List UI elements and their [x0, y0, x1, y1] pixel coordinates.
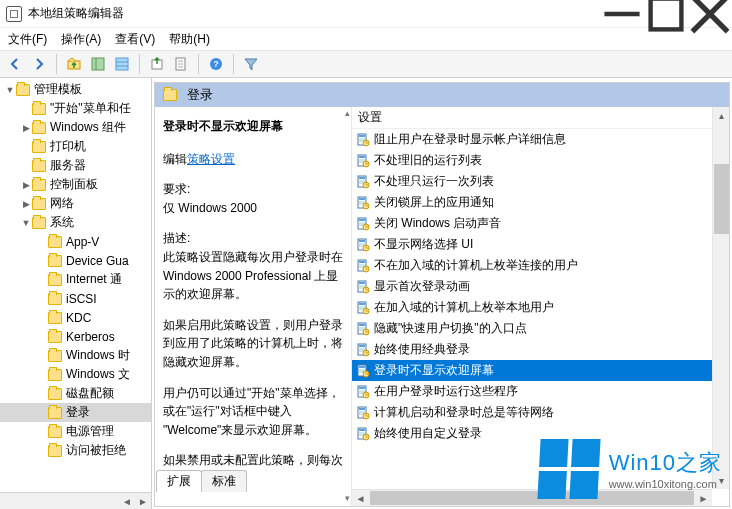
tab-extended[interactable]: 扩展: [156, 470, 202, 492]
minimize-button[interactable]: [600, 0, 644, 28]
setting-item[interactable]: 隐藏"快速用户切换"的入口点: [352, 318, 729, 339]
tree[interactable]: ▼管理模板"开始"菜单和任▶Windows 组件打印机服务器▶控制面板▶网络▼系…: [0, 78, 151, 492]
tree-item[interactable]: 电源管理: [0, 422, 151, 441]
tree-item[interactable]: 打印机: [0, 137, 151, 156]
setting-item[interactable]: 不显示网络选择 UI: [352, 234, 729, 255]
setting-item[interactable]: 始终使用自定义登录: [352, 423, 729, 444]
menu-help[interactable]: 帮助(H): [169, 31, 210, 48]
policy-icon: [356, 343, 370, 357]
policy-icon: [356, 196, 370, 210]
description-scrollbar[interactable]: ▴ ▾: [342, 107, 351, 506]
tree-item[interactable]: 登录: [0, 403, 151, 422]
list-style-button[interactable]: [111, 53, 133, 75]
svg-rect-73: [359, 366, 365, 368]
policy-title: 登录时不显示欢迎屏幕: [163, 117, 343, 136]
svg-rect-5: [92, 58, 104, 70]
svg-rect-53: [359, 282, 365, 284]
setting-item[interactable]: 在加入域的计算机上枚举本地用户: [352, 297, 729, 318]
setting-item[interactable]: 计算机启动和登录时总是等待网络: [352, 402, 729, 423]
tree-item[interactable]: iSCSI: [0, 289, 151, 308]
tree-item[interactable]: 访问被拒绝: [0, 441, 151, 460]
svg-rect-88: [359, 429, 365, 431]
forward-button[interactable]: [28, 53, 50, 75]
svg-rect-33: [359, 198, 365, 200]
svg-rect-63: [359, 324, 365, 326]
back-button[interactable]: [4, 53, 26, 75]
description-p1: 此策略设置隐藏每次用户登录时在 Windows 2000 Professiona…: [163, 250, 343, 301]
settings-list[interactable]: 阻止用户在登录时显示帐户详细信息不处理旧的运行列表不处理只运行一次列表关闭锁屏上…: [352, 129, 729, 506]
svg-text:?: ?: [213, 59, 219, 69]
up-button[interactable]: [63, 53, 85, 75]
filter-button[interactable]: [240, 53, 262, 75]
tree-item[interactable]: Kerberos: [0, 327, 151, 346]
tree-item[interactable]: Device Gua: [0, 251, 151, 270]
description-label: 描述:: [163, 231, 190, 245]
policy-icon: [356, 301, 370, 315]
window-titlebar: 本地组策略编辑器: [0, 0, 732, 28]
svg-rect-83: [359, 408, 365, 410]
svg-rect-58: [359, 303, 365, 305]
policy-icon: [356, 280, 370, 294]
svg-rect-38: [359, 219, 365, 221]
policy-icon: [356, 322, 370, 336]
window-title: 本地组策略编辑器: [28, 5, 124, 22]
description-p2: 如果启用此策略设置，则用户登录到应用了此策略的计算机上时，将隐藏欢迎屏幕。: [163, 316, 343, 372]
settings-vscrollbar[interactable]: ▴ ▾: [712, 107, 729, 489]
close-button[interactable]: [688, 0, 732, 28]
folder-icon: [163, 89, 177, 101]
tree-item[interactable]: App-V: [0, 232, 151, 251]
svg-rect-78: [359, 387, 365, 389]
export-button[interactable]: [146, 53, 168, 75]
properties-button[interactable]: [170, 53, 192, 75]
policy-icon: [356, 364, 370, 378]
setting-item[interactable]: 阻止用户在登录时显示帐户详细信息: [352, 129, 729, 150]
policy-icon: [356, 406, 370, 420]
tree-item[interactable]: 服务器: [0, 156, 151, 175]
tree-hscrollbar[interactable]: ◄►: [0, 492, 151, 509]
setting-item[interactable]: 关闭 Windows 启动声音: [352, 213, 729, 234]
tree-item[interactable]: ▶网络: [0, 194, 151, 213]
show-hide-tree-button[interactable]: [87, 53, 109, 75]
edit-label: 编辑: [163, 152, 187, 166]
setting-item[interactable]: 不处理旧的运行列表: [352, 150, 729, 171]
setting-item[interactable]: 登录时不显示欢迎屏幕: [352, 360, 729, 381]
tree-item[interactable]: Windows 文: [0, 365, 151, 384]
description-p4: 如果禁用或未配置此策略，则每次: [163, 451, 343, 470]
tree-item[interactable]: ▶控制面板: [0, 175, 151, 194]
menu-view[interactable]: 查看(V): [115, 31, 155, 48]
requirements-label: 要求:: [163, 182, 190, 196]
settings-pane: 设置 阻止用户在登录时显示帐户详细信息不处理旧的运行列表不处理只运行一次列表关闭…: [351, 107, 729, 506]
policy-icon: [356, 175, 370, 189]
svg-rect-68: [359, 345, 365, 347]
svg-rect-23: [359, 156, 365, 158]
tree-item[interactable]: ▼系统: [0, 213, 151, 232]
settings-column-header[interactable]: 设置: [352, 107, 729, 129]
policy-settings-link[interactable]: 策略设置: [187, 152, 235, 166]
setting-item[interactable]: 始终使用经典登录: [352, 339, 729, 360]
tree-item[interactable]: KDC: [0, 308, 151, 327]
tree-item[interactable]: ▶Windows 组件: [0, 118, 151, 137]
app-icon: [6, 6, 22, 22]
tree-item[interactable]: Windows 时: [0, 346, 151, 365]
menu-file[interactable]: 文件(F): [8, 31, 47, 48]
settings-hscrollbar[interactable]: ◄►: [352, 489, 712, 506]
setting-item[interactable]: 不处理只运行一次列表: [352, 171, 729, 192]
setting-item[interactable]: 不在加入域的计算机上枚举连接的用户: [352, 255, 729, 276]
requirements-value: 仅 Windows 2000: [163, 201, 257, 215]
setting-item[interactable]: 关闭锁屏上的应用通知: [352, 192, 729, 213]
menu-action[interactable]: 操作(A): [61, 31, 101, 48]
policy-icon: [356, 385, 370, 399]
tab-standard[interactable]: 标准: [201, 470, 247, 492]
tree-item[interactable]: ▼管理模板: [0, 80, 151, 99]
svg-rect-28: [359, 177, 365, 179]
toolbar: ?: [0, 50, 732, 78]
maximize-button[interactable]: [644, 0, 688, 28]
setting-item[interactable]: 显示首次登录动画: [352, 276, 729, 297]
tree-item[interactable]: 磁盘配额: [0, 384, 151, 403]
help-button[interactable]: ?: [205, 53, 227, 75]
policy-icon: [356, 427, 370, 441]
tree-item[interactable]: "开始"菜单和任: [0, 99, 151, 118]
tree-item[interactable]: Internet 通: [0, 270, 151, 289]
svg-rect-43: [359, 240, 365, 242]
setting-item[interactable]: 在用户登录时运行这些程序: [352, 381, 729, 402]
